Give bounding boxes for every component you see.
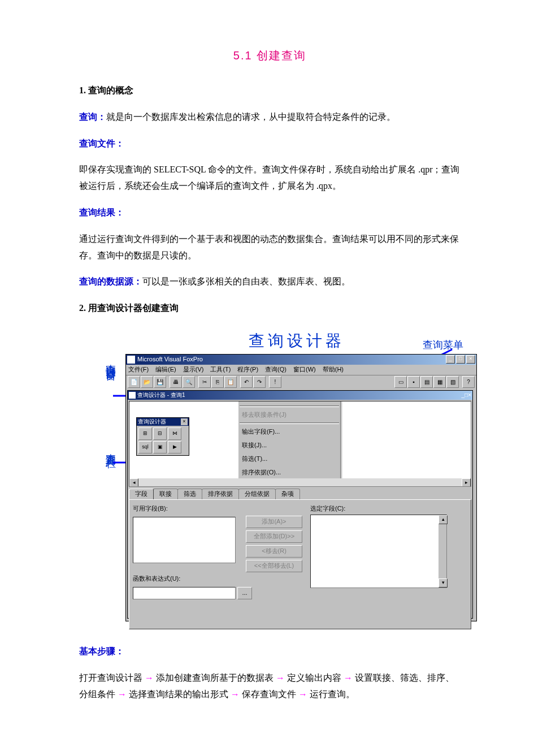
help-icon[interactable]: ? — [462, 376, 475, 388]
titlebar[interactable]: Microsoft Visual FoxPro _ □ × — [126, 355, 476, 365]
menu-output-fields[interactable]: 输出字段(F)... — [238, 425, 340, 439]
selected-fields-list[interactable]: ▴ ▾ — [310, 515, 447, 588]
scroll-down-icon[interactable]: ▾ — [439, 578, 448, 587]
db-icon[interactable]: ▭ — [394, 376, 407, 388]
label-icon[interactable]: ▦ — [433, 376, 446, 388]
arrow-icon: → — [344, 673, 353, 682]
cut-icon[interactable]: ✂ — [198, 376, 211, 388]
transfer-buttons: 添加(A)> 全部添加(D)>> <移去(R) <<全部移去(L) — [246, 516, 302, 572]
designer-toolbar-title-text: 查询设计器 — [138, 417, 166, 427]
def-querysrc: 查询的数据源：可以是一张或多张相关的自由表、数据库表、视图。 — [79, 274, 461, 290]
steps-paragraph: 打开查询设计器 → 添加创建查询所基于的数据表 → 定义输出内容 → 设置联接、… — [79, 670, 461, 703]
def-query: 查询：就是向一个数据库发出检索信息的请求，从中提取符合特定条件的记录。 — [79, 109, 461, 126]
menu-edit[interactable]: 编辑(E) — [155, 364, 176, 375]
join-icon[interactable]: ⋈ — [168, 427, 181, 440]
tab-order[interactable]: 排序依据 — [202, 489, 239, 499]
section1-heading: 1. 查询的概念 — [79, 83, 461, 99]
designer-toolbar-title[interactable]: 查询设计器 × — [137, 418, 189, 426]
add-table-icon[interactable]: ⊞ — [138, 427, 152, 440]
annotation-toolbar: 查询工具栏 — [102, 446, 120, 451]
class-icon[interactable]: ▧ — [446, 376, 459, 388]
undo-icon[interactable]: ↶ — [240, 376, 253, 388]
maximize-button[interactable]: □ — [456, 355, 465, 364]
scroll-left-icon[interactable]: ◂ — [129, 478, 138, 487]
designer-title: 查询设计器 - 查询1 — [137, 390, 462, 400]
designer-toolbar[interactable]: 查询设计器 × ⊞ ⊟ ⋈ sql ▣ ▶ — [136, 417, 189, 456]
horizontal-scrollbar[interactable]: ◂ ▸ — [129, 478, 471, 486]
remove-table-icon[interactable]: ⊟ — [153, 427, 167, 440]
save-icon[interactable]: 💾 — [154, 376, 166, 388]
tab-join[interactable]: 联接 — [153, 489, 178, 499]
preview-icon[interactable]: 🔍 — [183, 376, 195, 388]
maximize-pane-icon[interactable]: ▣ — [153, 441, 167, 453]
query-designer-window[interactable]: 查询设计器 - 查询1 _ □ × 查询设计器 × — [127, 390, 473, 619]
doc-icon — [129, 392, 136, 399]
print-icon[interactable]: 🖶 — [170, 376, 182, 388]
inner-close-button[interactable]: × — [468, 390, 471, 400]
main-toolbar: 📄 📂 💾 🖶 🔍 ✂ ⎘ 📋 ↶ ↷ ! ▭ ▪ ▤ ▦ — [126, 375, 476, 389]
menu-help[interactable]: 帮助(H) — [323, 364, 344, 375]
paste-icon[interactable]: 📋 — [224, 376, 237, 388]
tab-misc[interactable]: 杂项 — [275, 489, 300, 499]
close-button[interactable]: × — [466, 355, 475, 364]
function-expr-group: 函数和表达式(U): ... — [133, 573, 252, 599]
fields-panel: 可用字段(B): 添加(A)> 全部添加(D)>> <移去(R) <<全部移去(… — [129, 499, 471, 629]
function-expr-label: 函数和表达式(U): — [133, 573, 252, 585]
add-button[interactable]: 添加(A)> — [246, 516, 302, 528]
output-icon[interactable]: ▶ — [168, 441, 181, 453]
menu-file[interactable]: 文件(F) — [128, 364, 149, 375]
toolbar-close-icon[interactable]: × — [181, 418, 188, 425]
menu-join[interactable]: 联接(J)... — [238, 439, 340, 452]
arrow-icon: → — [145, 673, 154, 682]
run-icon[interactable]: ! — [269, 376, 281, 388]
menubar[interactable]: 文件(F) 编辑(E) 显示(V) 工具(T) 程序(P) 查询(Q) 窗口(W… — [126, 365, 476, 375]
menu-separator — [240, 405, 339, 407]
menu-view[interactable]: 显示(V) — [183, 364, 204, 375]
redo-icon[interactable]: ↷ — [253, 376, 266, 388]
query-menu-dropdown[interactable]: 添加表(A)... 移去表(R) 移去联接条件(J) 输出字段(F)... 联接… — [238, 401, 341, 487]
menu-filter[interactable]: 筛选(T)... — [238, 452, 340, 466]
label-queryresult: 查询结果： — [79, 205, 461, 221]
remove-all-button[interactable]: <<全部移去(L) — [246, 560, 302, 572]
window-title: Microsoft Visual FoxPro — [137, 354, 446, 365]
form-icon[interactable]: ▪ — [407, 376, 420, 388]
annotation-query-menu: 查询菜单 — [423, 336, 463, 354]
minimize-button[interactable]: _ — [446, 355, 455, 364]
table-pane[interactable]: 查询设计器 × ⊞ ⊟ ⋈ sql ▣ ▶ — [129, 401, 471, 487]
menu-program[interactable]: 程序(P) — [237, 364, 258, 375]
tab-fields[interactable]: 字段 — [129, 489, 154, 499]
menu-order-by[interactable]: 排序依据(O)... — [238, 466, 340, 479]
menu-tools[interactable]: 工具(T) — [210, 364, 231, 375]
designer-titlebar[interactable]: 查询设计器 - 查询1 _ □ × — [128, 391, 472, 400]
open-icon[interactable]: 📂 — [141, 376, 153, 388]
menu-window[interactable]: 窗口(W) — [293, 364, 316, 375]
function-expr-combo[interactable] — [133, 587, 236, 599]
new-icon[interactable]: 📄 — [128, 376, 140, 388]
add-all-button[interactable]: 全部添加(D)>> — [246, 530, 302, 543]
tab-group[interactable]: 分组依据 — [238, 489, 276, 499]
figure-query-designer: 查询设计器 查询菜单 查询设计器窗口 查询工具栏 Microsoft Visua… — [102, 327, 486, 627]
menu-query[interactable]: 查询(Q) — [265, 364, 286, 375]
step-6: 保存查询文件 — [242, 689, 296, 699]
step-1: 打开查询设计器 — [79, 673, 142, 682]
scroll-track[interactable] — [138, 478, 462, 486]
remove-button[interactable]: <移去(R) — [246, 545, 302, 558]
sql-icon[interactable]: sql — [138, 441, 152, 453]
arrow-icon: → — [118, 689, 127, 699]
section2-heading: 2. 用查询设计器创建查询 — [79, 300, 461, 317]
report-icon[interactable]: ▤ — [420, 376, 433, 388]
expression-builder-button[interactable]: ... — [237, 587, 252, 599]
vertical-scrollbar[interactable]: ▴ ▾ — [439, 515, 446, 587]
scroll-up-icon[interactable]: ▴ — [439, 515, 448, 524]
available-fields-list[interactable] — [133, 517, 236, 563]
client-area: 查询设计器 - 查询1 _ □ × 查询设计器 × — [126, 389, 476, 621]
selected-fields-label: 选定字段(C): — [310, 503, 345, 515]
menu-remove-table: 移去表(R) — [238, 401, 340, 404]
available-fields-label: 可用字段(B): — [133, 503, 467, 515]
section3-heading: 基本步骤： — [79, 643, 461, 660]
label-querysrc: 查询的数据源： — [79, 277, 142, 286]
scroll-right-icon[interactable]: ▸ — [462, 478, 471, 487]
label-query: 查询： — [79, 112, 106, 122]
copy-icon[interactable]: ⎘ — [211, 376, 224, 388]
tab-filter[interactable]: 筛选 — [177, 489, 202, 499]
